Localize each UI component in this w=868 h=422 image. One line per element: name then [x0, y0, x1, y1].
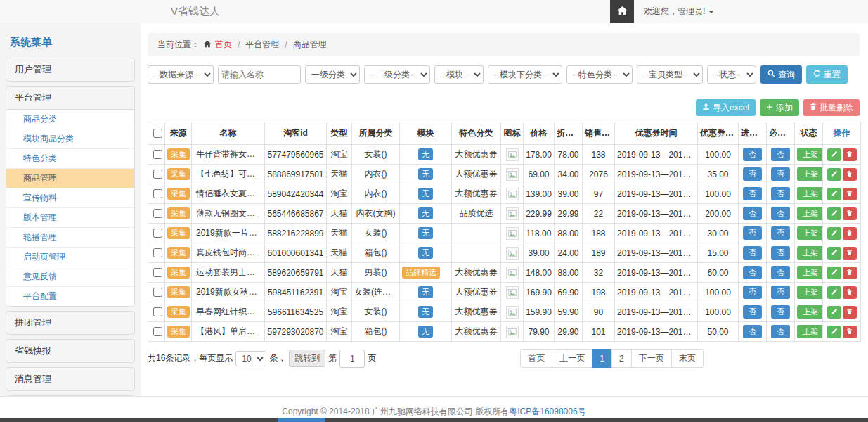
row-checkbox[interactable] — [153, 150, 162, 159]
row-checkbox[interactable] — [153, 209, 162, 218]
level1-category-select[interactable]: 一级分类 — [305, 65, 360, 84]
page-number-input[interactable] — [339, 350, 365, 368]
name-input[interactable] — [218, 65, 301, 84]
page-button-末页[interactable]: 末页 — [671, 349, 704, 368]
must-buy-toggle[interactable]: 否 — [771, 187, 790, 200]
level2-category-select[interactable]: --二级分类-- — [364, 65, 430, 84]
import-select-toggle[interactable]: 否 — [743, 325, 762, 338]
add-button[interactable]: 添加 — [760, 99, 799, 116]
must-buy-toggle[interactable]: 否 — [771, 305, 790, 318]
delete-button[interactable] — [843, 227, 857, 240]
row-checkbox[interactable] — [153, 327, 162, 336]
status-select[interactable]: --状态-- — [707, 65, 756, 84]
import-select-toggle[interactable]: 否 — [743, 266, 762, 279]
import-select-toggle[interactable]: 否 — [743, 246, 762, 259]
home-button[interactable] — [610, 0, 634, 23]
sidebar-item-2[interactable]: 拼团管理 — [6, 312, 134, 334]
batch-delete-button[interactable]: 批量删除 — [803, 99, 860, 116]
module-sub-category-select[interactable]: --模块下分类-- — [488, 65, 562, 84]
sidebar-item-0[interactable]: 用户管理 — [6, 58, 134, 81]
icp-link[interactable]: 粤ICP备16098006号 — [509, 407, 585, 416]
edit-button[interactable] — [827, 227, 841, 240]
edit-button[interactable] — [827, 207, 841, 220]
must-buy-toggle[interactable]: 否 — [771, 226, 790, 239]
row-checkbox[interactable] — [153, 268, 162, 277]
module-select[interactable]: --模块-- — [434, 65, 484, 84]
page-button-上一页[interactable]: 上一页 — [552, 349, 592, 368]
import-excel-button[interactable]: 导入excel — [696, 99, 756, 116]
row-checkbox[interactable] — [153, 307, 162, 316]
must-buy-toggle[interactable]: 否 — [771, 148, 790, 160]
import-select-toggle[interactable]: 否 — [743, 305, 762, 318]
sidebar-item-4[interactable]: 消息管理 — [6, 368, 134, 390]
reset-button[interactable]: 重置 — [806, 65, 848, 84]
delete-button[interactable] — [843, 267, 857, 279]
import-select-toggle[interactable]: 否 — [743, 226, 762, 239]
delete-button[interactable] — [843, 326, 857, 338]
status-toggle[interactable]: 上架 — [797, 226, 823, 239]
goods-type-select[interactable]: --宝贝类型-- — [637, 65, 703, 84]
sidebar-subitem[interactable]: 版本管理 — [6, 208, 134, 228]
scrollbar-thumb[interactable] — [278, 418, 325, 422]
delete-button[interactable] — [843, 148, 857, 161]
edit-button[interactable] — [827, 286, 841, 299]
edit-button[interactable] — [827, 188, 841, 200]
status-toggle[interactable]: 上架 — [797, 148, 823, 160]
status-toggle[interactable]: 上架 — [797, 167, 823, 180]
sidebar-subitem[interactable]: 平台配置 — [6, 287, 134, 306]
delete-button[interactable] — [843, 168, 857, 181]
row-checkbox[interactable] — [153, 189, 162, 198]
edit-button[interactable] — [827, 326, 841, 338]
status-toggle[interactable]: 上架 — [797, 286, 823, 298]
page-button-1[interactable]: 1 — [592, 349, 612, 368]
sidebar-subitem[interactable]: 特色分类 — [6, 149, 134, 169]
status-toggle[interactable]: 上架 — [797, 305, 823, 318]
row-checkbox[interactable] — [153, 248, 162, 257]
page-button-2[interactable]: 2 — [611, 349, 632, 368]
data-source-select[interactable]: --数据来源-- — [148, 65, 214, 84]
breadcrumb-home-link[interactable]: 首页 — [215, 39, 232, 51]
sidebar-subitem[interactable]: 模块商品分类 — [6, 129, 134, 149]
import-select-toggle[interactable]: 否 — [743, 148, 762, 160]
edit-button[interactable] — [827, 168, 841, 181]
delete-button[interactable] — [843, 286, 857, 299]
sidebar-subitem[interactable]: 宣传物料 — [6, 188, 134, 208]
must-buy-toggle[interactable]: 否 — [771, 207, 790, 219]
edit-button[interactable] — [827, 247, 841, 260]
import-select-toggle[interactable]: 否 — [743, 167, 762, 180]
status-toggle[interactable]: 上架 — [797, 207, 823, 219]
must-buy-toggle[interactable]: 否 — [771, 167, 790, 180]
per-page-select[interactable]: 10 — [235, 351, 266, 366]
must-buy-toggle[interactable]: 否 — [771, 266, 790, 279]
delete-button[interactable] — [843, 188, 857, 200]
delete-button[interactable] — [843, 306, 857, 319]
row-checkbox[interactable] — [153, 229, 162, 238]
delete-button[interactable] — [843, 207, 857, 220]
row-checkbox[interactable] — [153, 288, 162, 297]
import-select-toggle[interactable]: 否 — [743, 286, 762, 298]
row-checkbox[interactable] — [153, 170, 162, 179]
status-toggle[interactable]: 上架 — [797, 325, 823, 338]
feature-category-select[interactable]: --特色分类-- — [566, 65, 633, 84]
sidebar-subitem[interactable]: 意见反馈 — [6, 267, 134, 287]
must-buy-toggle[interactable]: 否 — [771, 286, 790, 298]
sidebar-subitem[interactable]: 商品分类 — [6, 110, 134, 129]
sidebar-subitem[interactable]: 商品管理 — [6, 169, 134, 188]
jump-button[interactable]: 跳转到 — [289, 350, 325, 367]
edit-button[interactable] — [827, 267, 841, 279]
sidebar-item-3[interactable]: 省钱快报 — [6, 340, 134, 362]
import-select-toggle[interactable]: 否 — [743, 207, 762, 219]
edit-button[interactable] — [827, 306, 841, 319]
delete-button[interactable] — [843, 247, 857, 260]
edit-button[interactable] — [827, 148, 841, 161]
status-toggle[interactable]: 上架 — [797, 266, 823, 279]
sidebar-subitem[interactable]: 启动页管理 — [6, 248, 134, 267]
must-buy-toggle[interactable]: 否 — [771, 325, 790, 338]
status-toggle[interactable]: 上架 — [797, 187, 823, 200]
must-buy-toggle[interactable]: 否 — [771, 246, 790, 259]
status-toggle[interactable]: 上架 — [797, 246, 823, 259]
select-all-checkbox[interactable] — [153, 129, 162, 138]
user-menu[interactable]: 欢迎您，管理员! — [634, 0, 724, 23]
query-button[interactable]: 查询 — [760, 65, 802, 84]
page-button-下一页[interactable]: 下一页 — [631, 349, 672, 368]
